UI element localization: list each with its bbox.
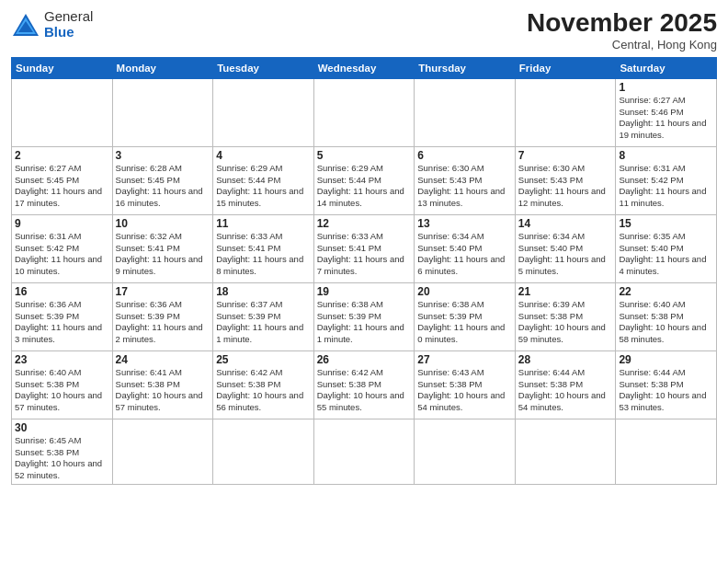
day-info: Sunrise: 6:29 AM Sunset: 5:44 PM Dayligh…	[216, 163, 311, 210]
day-number: 6	[417, 149, 512, 162]
logo-general: General	[44, 8, 93, 24]
table-row: 26Sunrise: 6:42 AM Sunset: 5:38 PM Dayli…	[313, 350, 415, 419]
table-row	[112, 419, 213, 484]
day-number: 9	[15, 217, 109, 230]
day-number: 25	[216, 353, 311, 366]
title-block: November 2025 Central, Hong Kong	[527, 9, 717, 52]
day-info: Sunrise: 6:33 AM Sunset: 5:41 PM Dayligh…	[317, 231, 412, 278]
day-number: 7	[518, 149, 613, 162]
col-monday: Monday	[112, 57, 213, 78]
table-row	[313, 78, 415, 146]
day-info: Sunrise: 6:36 AM Sunset: 5:39 PM Dayligh…	[15, 299, 109, 346]
logo-icon	[11, 12, 40, 38]
day-number: 1	[619, 81, 713, 94]
table-row	[112, 78, 213, 146]
day-info: Sunrise: 6:40 AM Sunset: 5:38 PM Dayligh…	[15, 367, 109, 414]
day-info: Sunrise: 6:42 AM Sunset: 5:38 PM Dayligh…	[317, 367, 412, 414]
day-number: 24	[116, 353, 210, 366]
day-number: 20	[417, 285, 512, 298]
table-row: 19Sunrise: 6:38 AM Sunset: 5:39 PM Dayli…	[313, 282, 415, 350]
day-info: Sunrise: 6:35 AM Sunset: 5:40 PM Dayligh…	[619, 231, 713, 278]
table-row: 20Sunrise: 6:38 AM Sunset: 5:39 PM Dayli…	[415, 282, 516, 350]
day-info: Sunrise: 6:36 AM Sunset: 5:39 PM Dayligh…	[116, 299, 210, 346]
table-row: 22Sunrise: 6:40 AM Sunset: 5:38 PM Dayli…	[616, 282, 717, 350]
day-info: Sunrise: 6:33 AM Sunset: 5:41 PM Dayligh…	[216, 231, 311, 278]
day-number: 19	[317, 285, 412, 298]
day-info: Sunrise: 6:27 AM Sunset: 5:45 PM Dayligh…	[15, 163, 109, 210]
table-row: 5Sunrise: 6:29 AM Sunset: 5:44 PM Daylig…	[313, 146, 415, 214]
col-friday: Friday	[515, 57, 616, 78]
table-row: 23Sunrise: 6:40 AM Sunset: 5:38 PM Dayli…	[12, 350, 113, 419]
col-saturday: Saturday	[616, 57, 717, 78]
day-number: 10	[116, 217, 210, 230]
day-info: Sunrise: 6:32 AM Sunset: 5:41 PM Dayligh…	[116, 231, 210, 278]
month-title: November 2025	[527, 9, 717, 38]
col-sunday: Sunday	[12, 57, 113, 78]
day-info: Sunrise: 6:28 AM Sunset: 5:45 PM Dayligh…	[116, 163, 210, 210]
table-row	[213, 419, 314, 484]
table-row	[213, 78, 314, 146]
day-number: 23	[15, 353, 109, 366]
day-info: Sunrise: 6:30 AM Sunset: 5:43 PM Dayligh…	[417, 163, 512, 210]
day-info: Sunrise: 6:39 AM Sunset: 5:38 PM Dayligh…	[518, 299, 613, 346]
day-info: Sunrise: 6:30 AM Sunset: 5:43 PM Dayligh…	[518, 163, 613, 210]
table-row: 14Sunrise: 6:34 AM Sunset: 5:40 PM Dayli…	[515, 214, 616, 282]
table-row: 1Sunrise: 6:27 AM Sunset: 5:46 PM Daylig…	[616, 78, 717, 146]
day-number: 3	[116, 149, 210, 162]
day-info: Sunrise: 6:34 AM Sunset: 5:40 PM Dayligh…	[417, 231, 512, 278]
subtitle: Central, Hong Kong	[527, 38, 717, 52]
day-number: 17	[116, 285, 210, 298]
day-number: 21	[518, 285, 613, 298]
header: General Blue November 2025 Central, Hong…	[11, 9, 717, 52]
day-number: 12	[317, 217, 412, 230]
table-row: 10Sunrise: 6:32 AM Sunset: 5:41 PM Dayli…	[112, 214, 213, 282]
day-info: Sunrise: 6:34 AM Sunset: 5:40 PM Dayligh…	[518, 231, 613, 278]
day-info: Sunrise: 6:38 AM Sunset: 5:39 PM Dayligh…	[317, 299, 412, 346]
day-info: Sunrise: 6:27 AM Sunset: 5:46 PM Dayligh…	[619, 95, 713, 142]
table-row: 28Sunrise: 6:44 AM Sunset: 5:38 PM Dayli…	[515, 350, 616, 419]
table-row: 21Sunrise: 6:39 AM Sunset: 5:38 PM Dayli…	[515, 282, 616, 350]
col-thursday: Thursday	[415, 57, 516, 78]
day-info: Sunrise: 6:42 AM Sunset: 5:38 PM Dayligh…	[216, 367, 311, 414]
table-row: 25Sunrise: 6:42 AM Sunset: 5:38 PM Dayli…	[213, 350, 314, 419]
table-row: 2Sunrise: 6:27 AM Sunset: 5:45 PM Daylig…	[12, 146, 113, 214]
table-row: 16Sunrise: 6:36 AM Sunset: 5:39 PM Dayli…	[12, 282, 113, 350]
table-row: 8Sunrise: 6:31 AM Sunset: 5:42 PM Daylig…	[616, 146, 717, 214]
day-number: 18	[216, 285, 311, 298]
table-row: 27Sunrise: 6:43 AM Sunset: 5:38 PM Dayli…	[415, 350, 516, 419]
col-wednesday: Wednesday	[313, 57, 415, 78]
table-row: 24Sunrise: 6:41 AM Sunset: 5:38 PM Dayli…	[112, 350, 213, 419]
day-number: 28	[518, 353, 613, 366]
table-row	[515, 78, 616, 146]
day-info: Sunrise: 6:44 AM Sunset: 5:38 PM Dayligh…	[619, 367, 713, 414]
day-info: Sunrise: 6:31 AM Sunset: 5:42 PM Dayligh…	[619, 163, 713, 210]
day-number: 13	[417, 217, 512, 230]
table-row: 7Sunrise: 6:30 AM Sunset: 5:43 PM Daylig…	[515, 146, 616, 214]
day-number: 16	[15, 285, 109, 298]
day-number: 15	[619, 217, 713, 230]
day-number: 11	[216, 217, 311, 230]
logo-text: General Blue	[44, 9, 93, 40]
day-number: 27	[417, 353, 512, 366]
table-row	[515, 419, 616, 484]
day-number: 26	[317, 353, 412, 366]
table-row: 30Sunrise: 6:45 AM Sunset: 5:38 PM Dayli…	[12, 419, 113, 484]
table-row: 15Sunrise: 6:35 AM Sunset: 5:40 PM Dayli…	[616, 214, 717, 282]
table-row: 6Sunrise: 6:30 AM Sunset: 5:43 PM Daylig…	[415, 146, 516, 214]
day-number: 29	[619, 353, 713, 366]
day-info: Sunrise: 6:45 AM Sunset: 5:38 PM Dayligh…	[15, 435, 109, 482]
day-number: 8	[619, 149, 713, 162]
day-info: Sunrise: 6:31 AM Sunset: 5:42 PM Dayligh…	[15, 231, 109, 278]
day-number: 30	[15, 421, 109, 434]
table-row: 18Sunrise: 6:37 AM Sunset: 5:39 PM Dayli…	[213, 282, 314, 350]
calendar-header-row: Sunday Monday Tuesday Wednesday Thursday…	[12, 57, 717, 78]
table-row: 9Sunrise: 6:31 AM Sunset: 5:42 PM Daylig…	[12, 214, 113, 282]
table-row: 29Sunrise: 6:44 AM Sunset: 5:38 PM Dayli…	[616, 350, 717, 419]
logo: General Blue	[11, 9, 93, 40]
day-number: 2	[15, 149, 109, 162]
table-row: 4Sunrise: 6:29 AM Sunset: 5:44 PM Daylig…	[213, 146, 314, 214]
day-number: 5	[317, 149, 412, 162]
page: General Blue November 2025 Central, Hong…	[0, 0, 728, 563]
day-number: 22	[619, 285, 713, 298]
day-info: Sunrise: 6:37 AM Sunset: 5:39 PM Dayligh…	[216, 299, 311, 346]
